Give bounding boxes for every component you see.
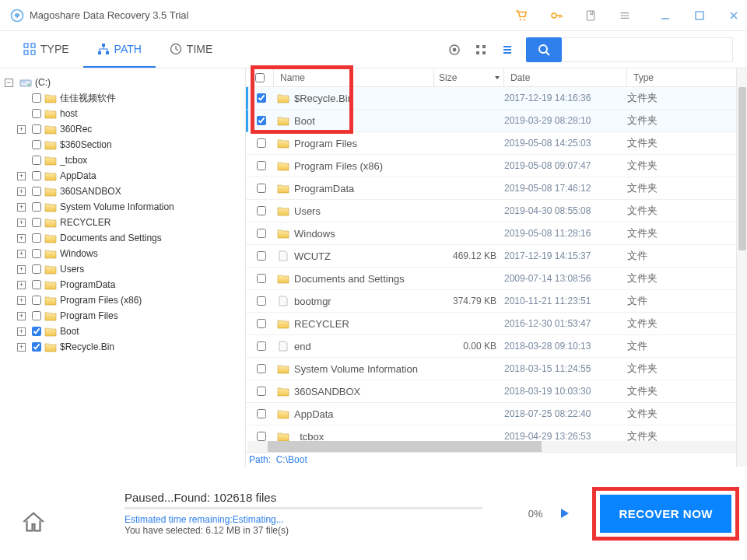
preview-icon[interactable] [447,42,462,58]
tree-checkbox[interactable] [32,327,41,336]
row-checkbox[interactable] [257,251,266,261]
expand-icon[interactable]: + [17,327,26,336]
row-checkbox[interactable] [257,184,266,193]
row-checkbox[interactable] [257,364,266,373]
tree-checkbox[interactable] [32,233,41,243]
table-row[interactable]: WCUTZ469.12 KB2017-12-19 14:15:37文件 [246,245,747,268]
tree-checkbox[interactable] [32,264,41,274]
table-row[interactable]: Windows2019-05-08 11:28:16文件夹 [246,222,747,245]
row-checkbox[interactable] [257,229,266,238]
home-icon[interactable] [20,509,47,535]
table-row[interactable]: _tcbox2019-04-29 13:26:53文件夹 [246,425,747,441]
table-row[interactable]: Boot2019-03-29 08:28:10文件夹 [246,110,747,132]
table-row[interactable]: ProgramData2019-05-08 17:46:12文件夹 [246,177,747,200]
table-row[interactable]: Documents and Settings2009-07-14 13:08:5… [246,268,747,290]
tree-item[interactable]: $360Section [5,137,242,152]
tree-item[interactable]: +$Recycle.Bin [5,339,242,355]
collapse-icon[interactable]: − [5,79,13,87]
expand-icon[interactable]: + [17,312,26,320]
menu-icon[interactable] [618,9,632,23]
expand-icon[interactable]: + [17,296,26,305]
tree-checkbox[interactable] [32,109,41,118]
vertical-scrollbar[interactable] [736,68,747,467]
table-row[interactable]: AppData2018-07-25 08:22:40文件夹 [246,403,747,425]
table-row[interactable]: Program Files (x86)2019-05-08 09:07:47文件… [246,155,747,177]
maximize-icon[interactable] [693,10,707,21]
tree-checkbox[interactable] [32,202,41,212]
row-checkbox[interactable] [257,432,266,441]
expand-icon[interactable]: + [17,172,26,180]
tree-checkbox[interactable] [32,156,41,165]
table-row[interactable]: Program Files2019-05-08 14:25:03文件夹 [246,132,747,155]
minimize-icon[interactable] [658,10,672,21]
tree-item[interactable]: +Windows [5,246,242,261]
tree-item[interactable]: +360SANDBOX [5,184,242,199]
table-row[interactable]: 360SANDBOX2018-03-19 10:03:30文件夹 [246,380,747,403]
row-checkbox[interactable] [257,206,266,215]
tree-checkbox[interactable] [32,342,41,352]
tab-path[interactable]: PATH [83,31,156,68]
expand-icon[interactable]: + [17,343,26,352]
row-checkbox[interactable] [257,161,266,170]
col-size[interactable]: Size [434,68,504,86]
col-type[interactable]: Type [627,68,747,86]
table-row[interactable]: bootmgr374.79 KB2010-11-21 11:23:51文件 [246,290,747,313]
table-row[interactable]: $Recycle.Bin2017-12-19 14:16:36文件夹 [246,87,747,110]
tree-item[interactable]: +RECYCLER [5,215,242,230]
col-name[interactable]: Name [274,68,434,86]
horizontal-scrollbar[interactable] [247,441,745,452]
close-icon[interactable] [727,10,741,21]
tree-checkbox[interactable] [32,187,41,196]
tree-checkbox[interactable] [32,93,41,103]
recover-button[interactable]: RECOVER NOW [600,495,731,533]
tree-item[interactable]: +ProgramData [5,277,242,292]
expand-icon[interactable]: + [17,281,26,289]
tree-checkbox[interactable] [32,124,41,134]
row-checkbox[interactable] [257,138,266,148]
key-icon[interactable] [549,9,563,23]
row-checkbox[interactable] [257,341,266,351]
tree-root[interactable]: − (C:) [5,75,242,90]
col-checkbox[interactable] [246,68,274,86]
cart-icon[interactable] [515,9,529,23]
tree-checkbox[interactable] [32,218,41,227]
expand-icon[interactable]: + [17,219,26,227]
expand-icon[interactable]: + [17,125,26,134]
search-button[interactable] [526,37,562,62]
tab-time[interactable]: TIME [156,31,226,68]
expand-icon[interactable]: + [17,250,26,258]
tree-item[interactable]: +Boot [5,324,242,339]
table-row[interactable]: System Volume Information2018-03-15 11:2… [246,358,747,380]
book-icon[interactable] [584,9,598,23]
row-checkbox[interactable] [257,116,266,125]
tree-checkbox[interactable] [32,311,41,320]
expand-icon[interactable]: + [17,265,26,274]
row-checkbox[interactable] [257,296,266,306]
thumbs-icon[interactable] [473,42,489,58]
tree-checkbox[interactable] [32,280,41,289]
table-row[interactable]: RECYCLER2016-12-30 01:53:47文件夹 [246,313,747,335]
select-all-checkbox[interactable] [255,73,265,82]
row-checkbox[interactable] [257,387,266,396]
resume-icon[interactable] [558,507,570,520]
row-checkbox[interactable] [257,93,266,103]
tree-checkbox[interactable] [32,296,41,305]
expand-icon[interactable]: + [17,234,26,243]
tree-panel[interactable]: − (C:) 佳佳视频软件host+360Rec$360Section_tcbo… [0,68,246,467]
list-icon[interactable] [500,42,515,58]
expand-icon[interactable]: + [17,203,26,212]
tree-item[interactable]: _tcbox [5,152,242,168]
row-checkbox[interactable] [257,409,266,418]
row-checkbox[interactable] [257,274,266,283]
tree-checkbox[interactable] [32,140,41,149]
tree-item[interactable]: +Documents and Settings [5,230,242,246]
row-checkbox[interactable] [257,319,266,328]
tree-item[interactable]: host [5,106,242,121]
tree-item[interactable]: +System Volume Information [5,199,242,215]
tree-item[interactable]: 佳佳视频软件 [5,90,242,106]
tree-checkbox[interactable] [32,171,41,180]
tree-item[interactable]: +360Rec [5,121,242,137]
tab-type[interactable]: TYPE [9,31,83,68]
tree-checkbox[interactable] [32,249,41,258]
tree-item[interactable]: +Users [5,261,242,277]
